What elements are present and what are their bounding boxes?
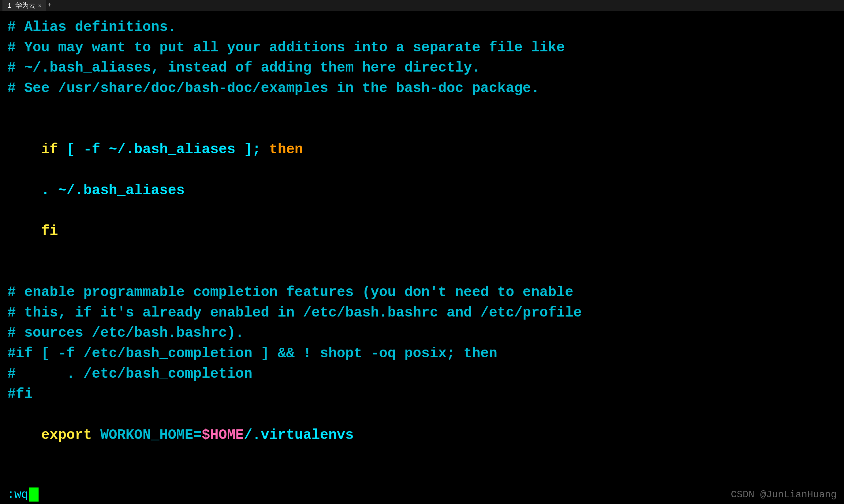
- code-line-9: [7, 262, 837, 282]
- code-line-17: export VIRTUALENVWRAPPER_PYTHON=/usr/bin…: [7, 466, 837, 485]
- export-keyword-1: export: [41, 427, 92, 443]
- command-line: :wq: [7, 487, 38, 502]
- if-keyword: if: [41, 142, 58, 158]
- dollar-home-1: $HOME: [202, 427, 244, 443]
- code-line-4: # See /usr/share/doc/bash-doc/examples i…: [7, 78, 837, 99]
- code-line-2: # You may want to put all your additions…: [7, 38, 837, 58]
- code-line-15: #fi: [7, 384, 837, 404]
- editor-area[interactable]: # Alias definitions. # You may want to p…: [0, 11, 844, 485]
- code-line-3: # ~/.bash_aliases, instead of adding the…: [7, 58, 837, 78]
- status-bar: :wq CSDN @JunLianHuang: [0, 485, 844, 504]
- code-line-10: # enable programmable completion feature…: [7, 282, 837, 303]
- tab-1-label: 1 华为云: [7, 1, 35, 10]
- watermark: CSDN @JunLianHuang: [731, 489, 837, 500]
- cursor: [29, 487, 38, 502]
- code-line-8: fi: [7, 201, 837, 262]
- then-keyword: then: [269, 142, 303, 158]
- code-line-5: [7, 99, 837, 119]
- code-line-7: . ~/.bash_aliases: [7, 180, 837, 201]
- code-line-11: # this, if it's already enabled in /etc/…: [7, 303, 837, 323]
- tab-1[interactable]: 1 华为云 ✕: [2, 0, 46, 11]
- code-line-14: # . /etc/bash_completion: [7, 364, 837, 384]
- code-line-6: if [ -f ~/.bash_aliases ]; then: [7, 119, 837, 180]
- title-bar: 1 华为云 ✕ +: [0, 0, 844, 11]
- code-line-13: #if [ -f /etc/bash_completion ] && ! sho…: [7, 343, 837, 364]
- tab-add-button[interactable]: +: [48, 2, 51, 9]
- code-line-12: # sources /etc/bash.bashrc).: [7, 323, 837, 343]
- fi-keyword: fi: [41, 223, 58, 239]
- code-line-1: # Alias definitions.: [7, 17, 837, 38]
- code-line-16: export WORKON_HOME=$HOME/.virtualenvs: [7, 404, 837, 466]
- tab-close-icon[interactable]: ✕: [38, 2, 41, 9]
- command-text: :wq: [7, 488, 28, 501]
